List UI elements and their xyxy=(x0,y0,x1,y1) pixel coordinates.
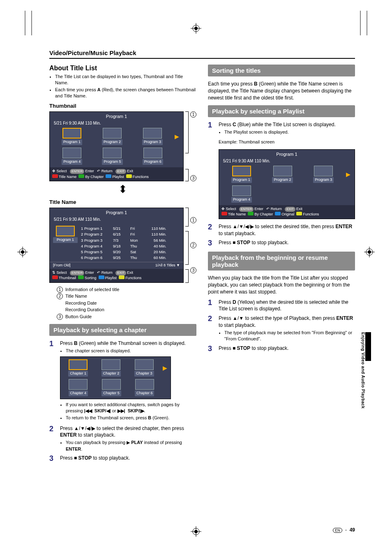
resume-para: When you play back the title from the Ti… xyxy=(208,275,355,295)
side-tab: Enjoying Video and Audio Playback xyxy=(360,329,372,412)
thumbnail-meta: 5/21 Fri 9:30 AM 110 Min. xyxy=(50,120,183,128)
sorting-heading: Sorting the titles xyxy=(208,65,355,76)
thumbnail-screen: Program 1 5/21 Fri 9:30 AM 110 Min. Prog… xyxy=(49,111,184,181)
titlename-label: Title Name xyxy=(49,199,196,205)
chapter-notes: If you want to select additional chapter… xyxy=(60,402,196,421)
callout-1-icon: 1 xyxy=(190,217,196,223)
thumbnail-title: Program 1 xyxy=(50,112,183,120)
section-title: Video/Picture/Music Playback xyxy=(49,49,355,59)
callout-3-icon: 3 xyxy=(190,175,196,181)
titlename-screen: Program 1 5/21 Fri 9:30 AM 110 Min. Prog… xyxy=(49,208,184,283)
resume-heading: Playback from the beginning or resume pl… xyxy=(208,252,355,271)
about-bullets: The Title List can be displayed in two t… xyxy=(49,74,196,99)
playlist-heading: Playback by selecting a Playlist xyxy=(208,105,355,117)
callout-3-icon: 3 xyxy=(190,267,196,273)
about-heading: About Title List xyxy=(49,65,196,72)
updown-arrow-icon: ⬍ xyxy=(49,183,196,196)
chapter-heading: Playback by selecting a chapter xyxy=(49,324,196,336)
thumbnail-footer: ✥ Select ENTEREnter ↶ Return EXITExit Ti… xyxy=(50,167,183,181)
callout-1-icon: 1 xyxy=(190,111,196,118)
page-number: EN - 49 xyxy=(333,527,355,533)
chapter-screen: Chapter 1 Chapter 2 Chapter 3 ▶ Chapter … xyxy=(60,356,171,399)
callout-legend: 1Information of selected title 2Title Na… xyxy=(57,286,196,320)
playlist-screen: Program 1 5/21 Fri 9:30 AM 110 Min. Prog… xyxy=(219,149,355,219)
next-page-icon: ▶ xyxy=(174,133,180,140)
sorting-para: Each time you press B (Green) while the … xyxy=(208,81,355,101)
titlename-footer: ⇅ Select ENTEREnter ↶ Return EXITExit Th… xyxy=(50,269,183,282)
callout-2-icon: 2 xyxy=(190,242,196,248)
thumbnail-label: Thumbnail xyxy=(49,103,196,109)
title-list: 1 Program 15/21Fri110 Min. 2 Program 26/… xyxy=(81,226,180,261)
